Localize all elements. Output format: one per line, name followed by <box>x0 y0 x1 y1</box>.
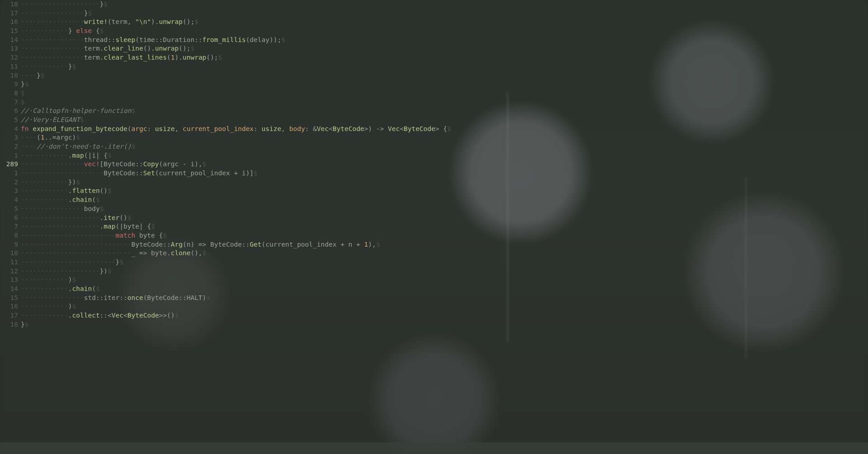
code-line[interactable]: 3····(1..=argc)$ <box>0 133 868 142</box>
line-number: 3 <box>0 133 21 142</box>
eol-marker: $ <box>72 303 76 310</box>
code-line[interactable]: 5//·Very·ELEGANT$ <box>0 116 868 125</box>
code-line[interactable]: 289················vec![ByteCode::Copy(a… <box>0 160 868 169</box>
code-content: ····}$ <box>21 71 868 80</box>
eol-marker: $ <box>88 9 92 17</box>
code-line[interactable]: 18····················}$ <box>0 0 868 9</box>
code-content: ····················}$ <box>21 0 868 9</box>
line-number: 4 <box>0 125 21 134</box>
code-line[interactable]: 12················term.clear_last_lines(… <box>0 53 868 62</box>
code-line[interactable]: 14············.chain($ <box>0 285 868 294</box>
line-number: 6 <box>0 214 21 223</box>
code-content: ············.collect::<Vec<ByteCode>>()$ <box>21 311 868 320</box>
line-number: 8 <box>0 89 21 98</box>
eol-marker: $ <box>21 89 25 97</box>
code-line[interactable]: 17············.collect::<Vec<ByteCode>>(… <box>0 311 868 320</box>
line-number: 15 <box>0 27 21 36</box>
code-line[interactable]: 2············})$ <box>0 178 868 187</box>
line-number: 13 <box>0 44 21 53</box>
code-line[interactable]: 3············.flatten()$ <box>0 187 868 196</box>
line-number: 10 <box>0 249 21 258</box>
code-content: //·Very·ELEGANT$ <box>21 116 868 125</box>
code-content: ················vec![ByteCode::Copy(argc… <box>21 160 868 169</box>
eol-marker: $ <box>25 321 29 328</box>
code-line[interactable]: 2····//·don't·need·to·.iter()$ <box>0 142 868 151</box>
code-content: ························}$ <box>21 258 868 267</box>
code-line[interactable]: 9}$ <box>0 80 868 89</box>
code-line[interactable]: 8$ <box>0 89 868 98</box>
eol-marker: $ <box>190 45 194 52</box>
line-number: 8 <box>0 231 21 240</box>
line-number: 2 <box>0 178 21 187</box>
eol-marker: $ <box>194 18 198 25</box>
line-number: 5 <box>0 205 21 214</box>
eol-marker: $ <box>254 169 258 177</box>
code-content: ················term.clear_line().unwrap… <box>21 44 868 53</box>
eol-marker: $ <box>100 27 104 34</box>
line-number: 9 <box>0 80 21 89</box>
line-number: 11 <box>0 62 21 71</box>
eol-marker: $ <box>108 152 112 159</box>
code-line[interactable]: 1············.map(|i| {$ <box>0 151 868 160</box>
eol-marker: $ <box>119 258 123 266</box>
code-line[interactable]: 13················term.clear_line().unwr… <box>0 44 868 53</box>
code-line[interactable]: 15················std::iter::once(ByteCo… <box>0 294 868 303</box>
code-line[interactable]: 1·····················ByteCode::Set(curr… <box>0 169 868 178</box>
code-content: fn expand_function_bytecode(argc: usize,… <box>21 125 868 134</box>
eol-marker: $ <box>206 294 210 301</box>
code-content: ············} else {$ <box>21 27 868 36</box>
code-line[interactable]: 6····················.iter()$ <box>0 214 868 223</box>
code-content: ············}$ <box>21 62 868 71</box>
line-number: 14 <box>0 36 21 45</box>
eol-marker: $ <box>175 312 179 319</box>
code-line[interactable]: 6//·Calltopfn·helper·function$ <box>0 107 868 116</box>
code-content: //·Calltopfn·helper·function$ <box>21 107 868 116</box>
code-line[interactable]: 5················body$ <box>0 205 868 214</box>
code-editor[interactable]: 18····················}$17··············… <box>0 0 868 442</box>
code-line[interactable]: 16············)$ <box>0 302 868 311</box>
eol-marker: $ <box>108 267 112 275</box>
code-line[interactable]: 14················thread::sleep(time::Du… <box>0 36 868 45</box>
eol-marker: $ <box>72 276 76 283</box>
eol-marker: $ <box>151 223 155 230</box>
code-line[interactable]: 11············}$ <box>0 62 868 71</box>
code-line[interactable]: 12····················})$ <box>0 267 868 276</box>
line-number: 4 <box>0 196 21 205</box>
code-line[interactable]: 4············.chain($ <box>0 196 868 205</box>
code-line[interactable]: 8························match byte {$ <box>0 231 868 240</box>
code-line[interactable]: 4fn expand_function_bytecode(argc: usize… <box>0 125 868 134</box>
code-content: ····················})$ <box>21 267 868 276</box>
code-line[interactable]: 13············)$ <box>0 276 868 285</box>
code-line[interactable]: 7····················.map(|byte| {$ <box>0 222 868 231</box>
line-number: 1 <box>0 151 21 160</box>
code-content: ············.flatten()$ <box>21 187 868 196</box>
code-line[interactable]: 10····}$ <box>0 71 868 80</box>
code-content: ·····················ByteCode::Set(curre… <box>21 169 868 178</box>
eol-marker: $ <box>376 241 380 248</box>
code-line[interactable]: 16················write!(term, "\n").unw… <box>0 18 868 27</box>
code-line[interactable]: 9····························ByteCode::A… <box>0 240 868 249</box>
eol-marker: $ <box>203 249 207 257</box>
eol-marker: $ <box>76 178 80 186</box>
code-line[interactable]: 15············} else {$ <box>0 27 868 36</box>
line-number: 14 <box>0 285 21 294</box>
code-line[interactable]: 7$ <box>0 98 868 107</box>
eol-marker: $ <box>163 232 167 239</box>
code-content: ····(1..=argc)$ <box>21 133 868 142</box>
eol-marker: $ <box>41 72 45 79</box>
code-content: ····················.iter()$ <box>21 214 868 223</box>
code-line[interactable]: 10····························_ => byte.… <box>0 249 868 258</box>
code-content: ····//·don't·need·to·.iter()$ <box>21 142 868 151</box>
code-content: $ <box>21 89 868 98</box>
eol-marker: $ <box>447 125 451 132</box>
code-line[interactable]: 17················}$ <box>0 9 868 18</box>
eol-marker: $ <box>96 196 100 203</box>
eol-marker: $ <box>25 80 29 88</box>
eol-marker: $ <box>80 116 84 123</box>
code-content: ················body$ <box>21 205 868 214</box>
eol-marker: $ <box>203 160 207 168</box>
code-content: ············)$ <box>21 302 868 311</box>
code-content: }$ <box>21 320 868 329</box>
code-line[interactable]: 18}$ <box>0 320 868 329</box>
code-line[interactable]: 11························}$ <box>0 258 868 267</box>
